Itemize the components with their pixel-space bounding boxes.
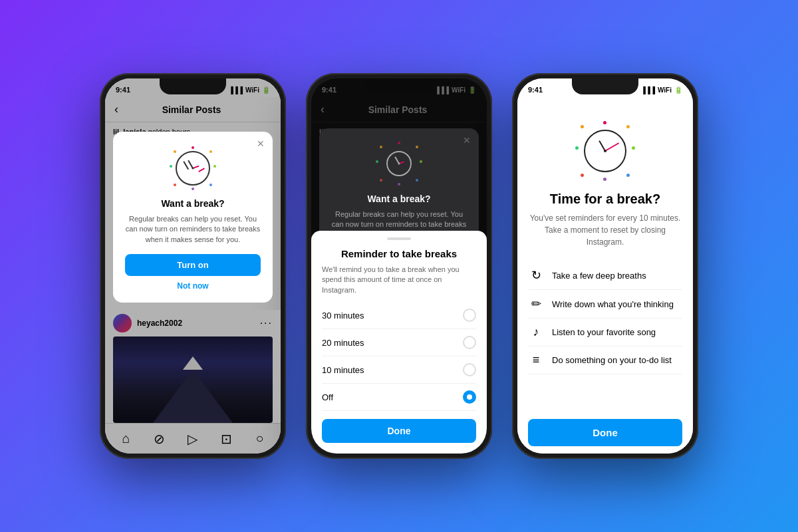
- clock-min-hand: [605, 142, 620, 152]
- music-text: Listen to your favorite song: [552, 327, 656, 337]
- break-screen-3: Time for a break? You've set reminders f…: [517, 97, 693, 454]
- activity-music: ♪ Listen to your favorite song: [528, 319, 682, 346]
- break-clock-area-3: [528, 121, 682, 181]
- modal-close-1[interactable]: ✕: [257, 138, 265, 149]
- sheet-handle-2: [387, 237, 411, 240]
- activity-breathe: ↻ Take a few deep breaths: [528, 261, 682, 290]
- break-modal-1: ✕: [113, 132, 273, 303]
- phone-3: 9:41 ▐▐▐ WiFi 🔋: [512, 73, 698, 459]
- radio-circle-30min[interactable]: [463, 309, 476, 322]
- edit-reminder-link-3[interactable]: Edit reminder: [528, 452, 682, 454]
- radio-option-10min[interactable]: 10 minutes: [322, 356, 476, 384]
- radio-circle-10min[interactable]: [463, 363, 476, 376]
- break-modal-overlay-1: ✕: [105, 78, 281, 454]
- clock-wrapper-1: [125, 145, 261, 192]
- radio-circle-off[interactable]: [463, 390, 476, 404]
- sheet-title-2: Reminder to take breaks: [322, 248, 476, 259]
- clock-center: [604, 150, 606, 152]
- activity-write: ✏ Write down what you're thinking: [528, 290, 682, 319]
- spacer-3: [528, 374, 682, 419]
- breathe-text: Take a few deep breaths: [552, 271, 646, 281]
- phone-2: 9:41 ▐▐▐ WiFi 🔋 ‹ Similar Posts lil_lapi…: [306, 73, 492, 459]
- big-clock-3: [584, 130, 626, 172]
- modal-desc-1: Regular breaks can help you reset. You c…: [125, 214, 261, 245]
- not-now-link-1[interactable]: Not now: [125, 281, 261, 291]
- status-bar-3: 9:41 ▐▐▐ WiFi 🔋: [517, 78, 693, 97]
- bottom-sheet-2: Reminder to take breaks We'll remind you…: [311, 231, 487, 454]
- status-icons-3: ▐▐▐ WiFi 🔋: [641, 86, 682, 94]
- modal-close-2[interactable]: ✕: [463, 135, 471, 146]
- dark-modal-title-2: Want a break?: [330, 194, 468, 204]
- break-done-button-3[interactable]: Done: [528, 419, 682, 446]
- todo-text: Do something on your to-do list: [552, 355, 672, 365]
- write-icon: ✏: [528, 297, 544, 311]
- write-text: Write down what you're thinking: [552, 299, 674, 309]
- todo-icon: ≡: [528, 353, 544, 367]
- radio-option-30min[interactable]: 30 minutes: [322, 302, 476, 329]
- radio-option-20min[interactable]: 20 minutes: [322, 329, 476, 356]
- phone-1-screen: 9:41 ▐▐▐ WiFi 🔋 ‹ Similar Posts lil_lapi…: [105, 78, 281, 454]
- phone-2-screen: 9:41 ▐▐▐ WiFi 🔋 ‹ Similar Posts lil_lapi…: [311, 78, 487, 454]
- activity-todo: ≡ Do something on your to-do list: [528, 346, 682, 374]
- break-title-3: Time for a break?: [528, 192, 682, 207]
- music-icon: ♪: [528, 325, 544, 339]
- phone-1: 9:41 ▐▐▐ WiFi 🔋 ‹ Similar Posts lil_lapi…: [100, 73, 286, 459]
- turn-on-button-1[interactable]: Turn on: [125, 254, 261, 276]
- breathe-icon: ↻: [528, 268, 544, 283]
- sheet-desc-2: We'll remind you to take a break when yo…: [322, 265, 476, 295]
- radio-circle-20min[interactable]: [463, 336, 476, 349]
- phone-3-screen: 9:41 ▐▐▐ WiFi 🔋: [517, 78, 693, 454]
- status-time-3: 9:41: [528, 86, 543, 94]
- clock-icon-1: [176, 151, 210, 186]
- radio-option-off[interactable]: Off: [322, 384, 476, 411]
- break-subtitle-3: You've set reminders for every 10 minute…: [528, 212, 682, 248]
- modal-title-1: Want a break?: [125, 198, 261, 209]
- sheet-done-button-2[interactable]: Done: [322, 419, 476, 443]
